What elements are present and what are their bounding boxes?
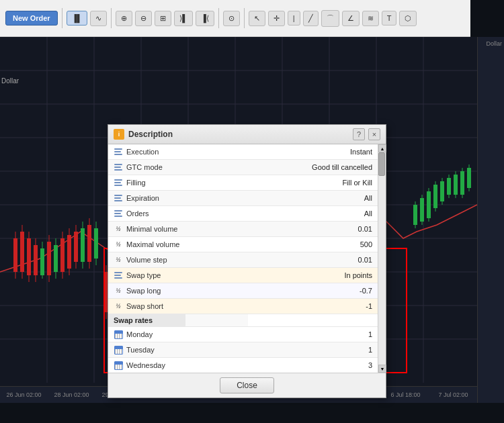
row-label-filling: Filling <box>108 175 185 190</box>
time-label-10: 7 Jul 02:00 <box>429 391 477 398</box>
row-value-tuesday: 1 <box>248 342 378 358</box>
y-axis: Dollar <box>477 37 504 403</box>
scroll-down-arrow[interactable]: ▼ <box>378 365 386 373</box>
row-value-monday: 1 <box>248 327 378 342</box>
separator-4 <box>244 8 245 28</box>
time-label-2: 28 Jun 02:00 <box>48 391 95 398</box>
lines-icon <box>114 147 123 156</box>
row-value-max-volume: 500 <box>248 237 378 252</box>
row-value-swap-type: In points <box>248 268 378 283</box>
row-label-volume-step: ½ Volume step <box>108 252 185 267</box>
scroll-thumb[interactable] <box>378 152 385 176</box>
row-value-execution: Instant <box>248 144 378 160</box>
row-label-min-volume: ½ Minimal volume <box>108 222 185 236</box>
lines-icon-4 <box>114 193 123 203</box>
currency-label: Dollar <box>1 77 19 85</box>
lines-icon-6 <box>114 271 123 280</box>
row-max-volume: ½ Maximal volume 500 <box>108 237 378 252</box>
scroll-left-button[interactable]: ▐⟨ <box>196 11 214 26</box>
shapes-button[interactable]: ⬡ <box>399 11 417 26</box>
calendar-icon-2 <box>114 345 123 355</box>
scroll-right-button[interactable]: ⟩▌ <box>174 11 193 26</box>
line-tool-button[interactable]: ╱ <box>303 11 319 26</box>
close-button[interactable]: Close <box>220 377 274 393</box>
bar-chart-button[interactable]: ▐▌ <box>67 11 88 26</box>
new-order-button[interactable]: New Order <box>5 11 58 26</box>
description-table: Execution Instant GTC mode Good till can… <box>108 144 378 373</box>
time-label-9: 6 Jul 18:00 <box>382 391 429 398</box>
lines-icon-5 <box>114 209 123 218</box>
toolbar: New Order ▐▌ ∿ ⊕ ⊖ ⊞ ⟩▌ ▐⟨ ⊙ ↖ ✛ | ╱ ⌒ ∠… <box>0 0 470 37</box>
dialog-controls: ? × <box>353 128 380 140</box>
row-value-orders: All <box>248 206 378 222</box>
text-tool-button[interactable]: T <box>382 11 397 26</box>
y-label-1: Dollar <box>478 37 504 50</box>
cursor-button[interactable]: ↖ <box>249 11 265 26</box>
row-swap-long: ½ Swap long -0.7 <box>108 283 378 299</box>
curve-button[interactable]: ⌒ <box>321 10 339 27</box>
camera-button[interactable]: ⊙ <box>223 11 240 26</box>
row-label-orders: Orders <box>108 206 185 221</box>
row-min-volume: ½ Minimal volume 0.01 <box>108 222 378 237</box>
dialog-help-button[interactable]: ? <box>353 128 365 140</box>
scrollbar[interactable]: ▲ ▼ <box>378 144 386 373</box>
row-wednesday: Wednesday 3 <box>108 358 378 373</box>
waves-button[interactable]: ≋ <box>362 11 379 26</box>
swap-rates-label: Swap rates <box>108 314 185 326</box>
separator-2 <box>111 8 112 28</box>
dialog-close-button[interactable]: × <box>368 128 380 140</box>
row-label-tuesday: Tuesday <box>108 342 185 357</box>
calendar-icon-1 <box>114 330 123 339</box>
grid-button[interactable]: ⊞ <box>155 11 171 26</box>
dialog-title-area: i Description <box>114 129 173 140</box>
row-monday: Monday 1 <box>108 327 378 342</box>
dialog-footer: Close <box>108 373 386 397</box>
time-label-1: 26 Jun 02:00 <box>0 391 48 398</box>
row-value-swap-short: -1 <box>248 299 378 314</box>
half-icon-5: ½ <box>114 301 123 311</box>
separator-3 <box>218 8 219 28</box>
row-value-expiration: All <box>248 191 378 206</box>
row-swap-short: ½ Swap short -1 <box>108 299 378 314</box>
lines-icon-3 <box>114 178 123 187</box>
row-label-execution: Execution <box>108 144 185 159</box>
row-volume-step: ½ Volume step 0.01 <box>108 252 378 268</box>
dialog-titlebar: i Description ? × <box>108 125 386 144</box>
half-icon-3: ½ <box>114 255 123 265</box>
vertical-line-button[interactable]: | <box>288 11 300 26</box>
row-value-swap-long: -0.7 <box>248 283 378 299</box>
row-label-gtc: GTC mode <box>108 160 185 175</box>
half-icon-1: ½ <box>114 224 123 234</box>
row-swap-type: Swap type In points <box>108 268 378 283</box>
row-expiration: Expiration All <box>108 191 378 206</box>
dialog-table-wrapper[interactable]: Execution Instant GTC mode Good till can… <box>108 144 378 373</box>
crosshair-button[interactable]: ✛ <box>268 11 285 26</box>
scroll-up-arrow[interactable]: ▲ <box>378 144 386 152</box>
half-icon-2: ½ <box>114 240 123 249</box>
scroll-track[interactable] <box>378 152 386 365</box>
y-label-2 <box>478 50 504 84</box>
lines-icon-2 <box>114 162 123 172</box>
zoom-out-button[interactable]: ⊖ <box>135 11 152 26</box>
row-value-volume-step: 0.01 <box>248 252 378 268</box>
row-filling: Filling Fill or Kill <box>108 175 378 191</box>
row-orders: Orders All <box>108 206 378 222</box>
description-dialog: i Description ? × Execution <box>108 124 386 398</box>
calendar-icon-3 <box>114 361 123 370</box>
row-tuesday: Tuesday 1 <box>108 342 378 358</box>
row-label-expiration: Expiration <box>108 191 185 205</box>
dialog-title: Description <box>128 130 173 139</box>
row-execution: Execution Instant <box>108 144 378 160</box>
row-value-gtc: Good till cancelled <box>248 160 378 175</box>
zoom-in-button[interactable]: ⊕ <box>116 11 132 26</box>
angle-button[interactable]: ∠ <box>342 11 360 26</box>
row-label-swap-long: ½ Swap long <box>108 283 185 298</box>
row-value-min-volume: 0.01 <box>248 222 378 237</box>
dialog-content: Execution Instant GTC mode Good till can… <box>108 144 386 373</box>
row-value-filling: Fill or Kill <box>248 175 378 191</box>
line-chart-button[interactable]: ∿ <box>90 11 107 26</box>
dialog-icon: i <box>114 129 124 140</box>
swap-rates-header: Swap rates <box>108 314 378 327</box>
half-icon-4: ½ <box>114 286 123 295</box>
row-value-wednesday: 3 <box>248 358 378 373</box>
